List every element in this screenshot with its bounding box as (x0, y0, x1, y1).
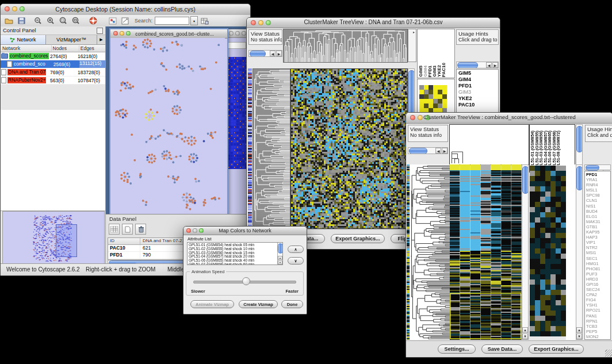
gene-list-item[interactable]: BUD4 (586, 209, 609, 214)
gene-list-item[interactable]: PFD1 (586, 172, 609, 177)
gene-list-item[interactable]: GTB1 (586, 224, 609, 229)
dialog-titlebar[interactable]: Map Colors to Network (183, 227, 307, 235)
scroll-right-icon[interactable]: ▶ (492, 62, 498, 68)
gene-list-item[interactable]: VIP1 (586, 240, 609, 245)
resize-grip[interactable] (605, 350, 612, 357)
tv2-row-dendrogram[interactable] (410, 164, 450, 340)
gene-list-item[interactable]: SPC98 (586, 193, 609, 198)
gene-list-item[interactable]: MSI1 (586, 250, 609, 255)
tv2-heatmap-vscrollbar[interactable]: ▲ ▼ (522, 164, 529, 340)
help-lifering-icon[interactable] (87, 16, 99, 26)
gene-list-item[interactable]: PHO81 (586, 266, 609, 271)
gene-list-item[interactable]: TCB3 (586, 324, 609, 329)
gene-list-item[interactable]: HRD3 (586, 277, 609, 282)
tv2-heatmap[interactable] (450, 164, 522, 340)
scroll-left-icon[interactable]: ◀ (270, 51, 276, 56)
gene-list-item[interactable]: YSH1 (586, 302, 609, 308)
gene-list-item[interactable]: PAN1 (586, 313, 609, 319)
gene-list-item[interactable]: NTR2 (586, 245, 609, 250)
zoom-icon[interactable] (242, 31, 246, 36)
scroll-down-icon[interactable]: ▼ (522, 334, 528, 339)
tv2-titlebar[interactable]: ClusterMaker TreeView : combined_scores_… (406, 113, 612, 124)
gene-list-item[interactable]: PAC10 (458, 102, 496, 108)
network-overview-panel[interactable] (2, 211, 105, 266)
delete-attribute-trash-icon[interactable] (135, 224, 146, 235)
scroll-left-icon[interactable]: ◀ (435, 148, 441, 154)
save-icon[interactable] (16, 16, 27, 26)
gene-list-item[interactable]: GPI16 (586, 282, 609, 287)
close-icon[interactable] (229, 31, 234, 36)
zoom-selected-icon[interactable] (58, 16, 69, 26)
tv2-column-dendrogram[interactable] (449, 124, 529, 165)
gene-list-item[interactable]: SEC1 (586, 256, 609, 261)
tv2-zoomed-heatmap[interactable] (530, 166, 566, 336)
scroll-right-icon[interactable]: ▶ (276, 51, 282, 56)
tab-network[interactable]: Network (1, 35, 46, 44)
tv1-row-dendrogram[interactable] (253, 68, 290, 229)
search-dropdown-arrow[interactable]: ▾ (190, 16, 198, 25)
tv1-status-scrollbar[interactable]: ◀ ▶ (248, 50, 282, 57)
network-graph-view[interactable] (110, 38, 225, 212)
gene-list-item[interactable]: PUF3 (586, 271, 609, 277)
main-titlebar[interactable]: Cytoscape Desktop (Session Name: collins… (1, 4, 250, 16)
gene-list-item[interactable]: RPN1 (586, 319, 609, 324)
gene-list-item[interactable]: YKE2 (458, 95, 496, 102)
network-table-row[interactable]: combined_sco2569(6)13112(15) (1, 60, 105, 68)
export-graphics-button[interactable]: Export Graphics... (529, 344, 584, 354)
attribute-list-item[interactable]: GPL51-07 (GSM868) heat shock 60 min (189, 263, 281, 265)
attribute-listbox[interactable]: GPL51-01 (GSM854) heat shock 05 minGPL51… (187, 242, 283, 265)
scroll-right-icon[interactable]: ▶ (442, 148, 447, 154)
tv1-right-hscrollbar[interactable]: ◀ ▶ (456, 62, 499, 68)
done-button[interactable]: Done (281, 300, 303, 308)
gene-list-item[interactable]: KAP95 (586, 229, 609, 235)
scroll-down-icon[interactable]: ▼ (278, 260, 282, 265)
scroll-up-icon[interactable]: ▲ (576, 327, 582, 333)
minimize-icon[interactable] (235, 31, 240, 36)
gene-list-item[interactable]: PEP5 (586, 329, 609, 334)
network-table-row[interactable]: RNAPuberNov2+563(0)107847(0) (1, 76, 105, 85)
zoom-in-icon[interactable] (45, 16, 56, 26)
gene-list-item[interactable]: YRA1 (586, 177, 609, 182)
import-table-icon[interactable] (199, 16, 211, 26)
gene-list-item[interactable]: GIM5 (458, 70, 496, 76)
tv2-gene-list[interactable]: PFD1YRA1RNR4MSL1SPC98CLN1NIS1BUD4ELG1MAK… (584, 171, 611, 340)
gene-list-item[interactable]: MAK31 (586, 219, 609, 224)
annotation-icon[interactable] (120, 16, 131, 26)
animation-slider-handle[interactable] (242, 277, 250, 285)
tv1-titlebar[interactable]: ClusterMaker TreeView : DNA and Tran 07-… (247, 18, 500, 28)
tab-overflow-button[interactable]: ▶ (97, 35, 105, 44)
gene-list-item[interactable]: MON2 (586, 334, 609, 339)
table-mode-icon[interactable] (109, 224, 120, 235)
gene-list-item[interactable]: HMG1 (586, 261, 609, 266)
network-table-row[interactable]: combined_scores2764(0)16218(0) (1, 52, 105, 60)
zoom-fit-icon[interactable] (70, 16, 82, 26)
tv1-heatmap[interactable] (290, 68, 408, 229)
gene-list-item[interactable]: SEC24 (586, 287, 609, 292)
gene-list-item[interactable]: ELG1 (586, 214, 609, 219)
attribute-list-vscrollbar[interactable]: ▲ ▼ (277, 243, 282, 265)
tv2-status-scrollbar[interactable]: ◀ ▶ (408, 147, 448, 154)
gene-list-item[interactable]: FIG4 (586, 297, 609, 302)
settings-button[interactable]: Settings... (438, 344, 476, 354)
gene-list-item[interactable]: GIM4 (458, 76, 496, 83)
create-vizmap-button[interactable]: Create Vizmap (239, 300, 278, 308)
tv2-zoom-vscrollbar[interactable]: ▲ ▼ (576, 164, 583, 340)
new-attribute-icon[interactable] (122, 224, 133, 235)
gene-list-item[interactable]: PFD1 (458, 83, 496, 89)
scroll-down-icon[interactable]: ▼ (576, 334, 582, 339)
scroll-left-icon[interactable]: ◀ (486, 62, 492, 68)
export-graphics-button[interactable]: Export Graphics... (331, 234, 385, 243)
vizmapper-nodes-icon[interactable] (107, 16, 118, 26)
tab-vizmapper[interactable]: VizMapper™ (46, 35, 97, 44)
gene-list-item[interactable]: HAP3 (586, 235, 609, 240)
move-up-button[interactable]: ∧ (288, 246, 304, 253)
tv1-mini-heatmap[interactable] (419, 85, 448, 115)
open-file-icon[interactable] (3, 16, 14, 26)
gene-list-item[interactable]: NIS1 (586, 204, 609, 209)
network-frame[interactable]: combined_scores_good.txt--cluste... (109, 28, 228, 216)
float-panel-icon[interactable] (97, 28, 103, 34)
scroll-up-icon[interactable]: ▲ (522, 327, 528, 333)
gene-list-item[interactable]: CPA2 (586, 292, 609, 297)
gene-list-item[interactable]: MSL1 (586, 187, 609, 193)
network-table-row[interactable]: DNA and Tran 07769(0)183728(0) (1, 68, 105, 76)
